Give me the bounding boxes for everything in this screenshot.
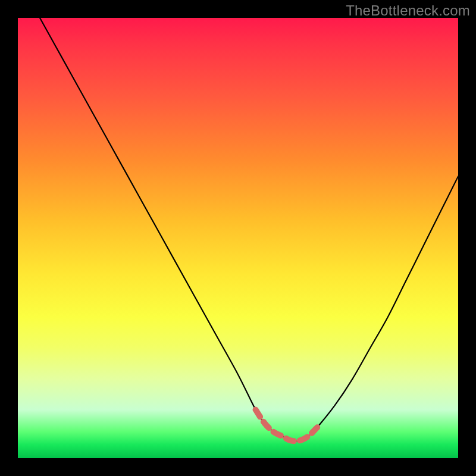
curve-line [40,18,458,441]
highlight-segment [256,410,318,441]
plot-area [18,18,458,458]
chart-frame: TheBottleneck.com [0,0,476,476]
watermark-label: TheBottleneck.com [346,2,470,19]
chart-svg [18,18,458,458]
